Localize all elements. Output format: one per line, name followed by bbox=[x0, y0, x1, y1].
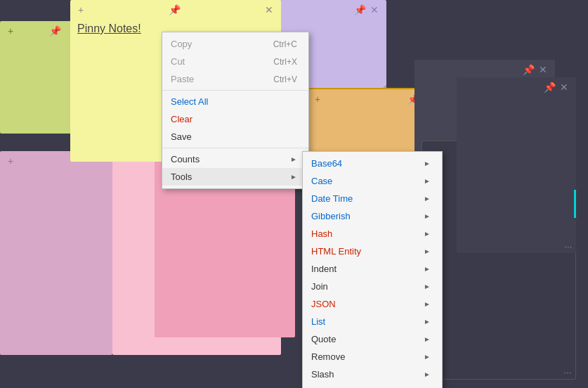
menu-item-clear[interactable]: Clear bbox=[162, 110, 308, 128]
menu-item-tools[interactable]: Tools ► bbox=[162, 168, 308, 186]
menu-label-counts: Counts bbox=[171, 154, 200, 164]
tools-arrow-icon: ► bbox=[290, 173, 297, 181]
menu-label-html-entity: HTML Entity bbox=[311, 246, 361, 257]
menu-label-save: Save bbox=[171, 131, 192, 142]
menu-label-join: Join bbox=[311, 281, 328, 292]
add-button-yellow[interactable]: + bbox=[76, 5, 86, 15]
menu-item-copy[interactable]: Copy Ctrl+C bbox=[162, 35, 308, 53]
menu-label-copy: Copy bbox=[171, 39, 192, 49]
note-mauve[interactable]: + bbox=[0, 151, 112, 355]
quote-arrow-icon: ► bbox=[424, 335, 431, 343]
pin-button-dark1[interactable]: 📌 bbox=[521, 65, 537, 75]
pin-button-purple[interactable]: 📌 bbox=[352, 5, 368, 15]
add-button-mauve[interactable]: + bbox=[6, 156, 15, 166]
menu-label-list: List bbox=[311, 316, 325, 327]
note-dark3[interactable]: 📌 ✕ ··· bbox=[457, 77, 576, 253]
menu-label-slash: Slash bbox=[311, 369, 334, 380]
note-header-yellow: + 📌 ✕ bbox=[70, 0, 281, 20]
app-title: Pinny Notes! bbox=[77, 22, 141, 34]
indent-arrow-icon: ► bbox=[424, 265, 431, 273]
slash-arrow-icon: ► bbox=[424, 370, 431, 378]
menu-item-slash[interactable]: Slash ► bbox=[303, 366, 442, 383]
menu-item-split[interactable]: Split ► bbox=[303, 383, 442, 388]
close-button-dark3[interactable]: ✕ bbox=[558, 82, 570, 92]
menu-label-indent: Indent bbox=[311, 264, 337, 274]
counts-arrow-icon: ► bbox=[290, 155, 297, 163]
pin-button-dark3[interactable]: 📌 bbox=[542, 82, 558, 92]
menu-item-select-all[interactable]: Select All bbox=[162, 93, 308, 110]
pin-button-green[interactable]: 📌 bbox=[47, 26, 63, 36]
menu-item-base64[interactable]: Base64 ► bbox=[303, 155, 442, 172]
tools-submenu: Base64 ► Case ► Date Time ► Gibberish ► … bbox=[302, 151, 443, 388]
menu-item-case[interactable]: Case ► bbox=[303, 172, 442, 190]
menu-label-paste: Paste bbox=[171, 74, 194, 84]
case-arrow-icon: ► bbox=[424, 177, 431, 185]
base64-arrow-icon: ► bbox=[424, 160, 431, 167]
menu-item-quote[interactable]: Quote ► bbox=[303, 330, 442, 348]
close-button-purple[interactable]: ✕ bbox=[368, 5, 381, 15]
menu-item-paste[interactable]: Paste Ctrl+V bbox=[162, 70, 308, 88]
menu-item-remove[interactable]: Remove ► bbox=[303, 348, 442, 366]
html-entity-arrow-icon: ► bbox=[424, 247, 431, 255]
menu-label-gibberish: Gibberish bbox=[311, 211, 351, 221]
menu-item-json[interactable]: JSON ► bbox=[303, 295, 442, 313]
menu-item-counts[interactable]: Counts ► bbox=[162, 150, 308, 168]
add-button-orange[interactable]: + bbox=[313, 94, 322, 104]
menu-separator-2 bbox=[162, 148, 308, 148]
menu-label-hash: Hash bbox=[311, 228, 332, 239]
gibberish-arrow-icon: ► bbox=[424, 212, 431, 220]
menu-label-base64: Base64 bbox=[311, 158, 342, 169]
menu-item-gibberish[interactable]: Gibberish ► bbox=[303, 207, 442, 225]
pin-button-yellow[interactable]: 📌 bbox=[166, 5, 183, 15]
menu-shortcut-copy: Ctrl+C bbox=[273, 39, 297, 49]
menu-shortcut-cut: Ctrl+X bbox=[273, 57, 297, 67]
menu-item-html-entity[interactable]: HTML Entity ► bbox=[303, 242, 442, 260]
menu-item-indent[interactable]: Indent ► bbox=[303, 260, 442, 278]
menu-item-datetime[interactable]: Date Time ► bbox=[303, 190, 442, 207]
menu-item-list[interactable]: List ► bbox=[303, 313, 442, 330]
menu-label-json: JSON bbox=[311, 299, 336, 309]
join-arrow-icon: ► bbox=[424, 283, 431, 290]
menu-separator-1 bbox=[162, 90, 308, 91]
close-button-yellow[interactable]: ✕ bbox=[263, 5, 275, 15]
menu-label-tools: Tools bbox=[171, 172, 192, 182]
list-arrow-icon: ► bbox=[424, 318, 431, 325]
resize-handle-dark2[interactable]: ··· bbox=[564, 369, 572, 377]
hash-arrow-icon: ► bbox=[424, 230, 431, 238]
menu-label-remove: Remove bbox=[311, 351, 345, 362]
note-header-dark3: 📌 ✕ bbox=[457, 77, 576, 97]
menu-label-datetime: Date Time bbox=[311, 193, 353, 204]
main-context-menu: Copy Ctrl+C Cut Ctrl+X Paste Ctrl+V Sele… bbox=[162, 32, 309, 189]
resize-handle-dark3[interactable]: ··· bbox=[565, 243, 573, 251]
datetime-arrow-icon: ► bbox=[424, 195, 431, 202]
menu-item-hash[interactable]: Hash ► bbox=[303, 225, 442, 242]
menu-item-save[interactable]: Save bbox=[162, 128, 308, 146]
remove-arrow-icon: ► bbox=[424, 353, 431, 361]
menu-label-case: Case bbox=[311, 176, 332, 186]
add-button-green[interactable]: + bbox=[6, 26, 15, 36]
menu-shortcut-paste: Ctrl+V bbox=[273, 75, 297, 84]
menu-label-clear: Clear bbox=[171, 114, 192, 124]
close-button-dark1[interactable]: ✕ bbox=[537, 65, 549, 75]
menu-label-quote: Quote bbox=[311, 334, 336, 344]
menu-item-cut[interactable]: Cut Ctrl+X bbox=[162, 53, 308, 70]
note-header-dark1: 📌 ✕ bbox=[414, 60, 555, 79]
json-arrow-icon: ► bbox=[424, 300, 431, 308]
menu-item-join[interactable]: Join ► bbox=[303, 278, 442, 295]
menu-label-cut: Cut bbox=[171, 56, 185, 67]
menu-label-select-all: Select All bbox=[171, 96, 208, 107]
